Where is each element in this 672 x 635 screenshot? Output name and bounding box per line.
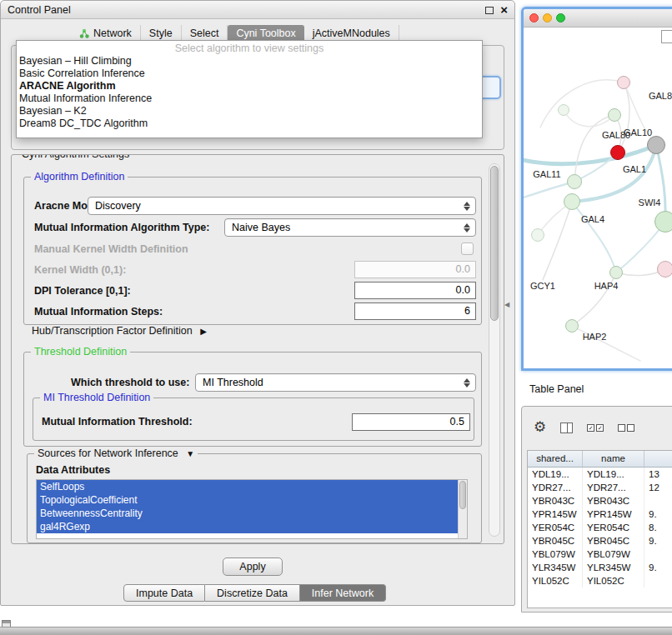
tab-label: Network bbox=[93, 28, 132, 39]
table-row[interactable]: YIL052CYIL052C bbox=[528, 574, 672, 588]
control-panel-window: Control Panel × NetworkStyleSelectCyni T… bbox=[0, 0, 515, 606]
manual-kernel-label: Manual Kernel Width Definition bbox=[34, 243, 188, 255]
chevron-down-icon: ▼ bbox=[186, 449, 194, 458]
table-header: shared...name bbox=[528, 451, 672, 468]
network-node-label-hap4: HAP4 bbox=[594, 281, 619, 291]
algorithm-option-dream8-dc-tdc-algorithm[interactable]: Dream8 DC_TDC Algorithm bbox=[17, 118, 482, 130]
tab-label: jActiveMNodules bbox=[313, 28, 390, 39]
network-node[interactable] bbox=[608, 108, 621, 122]
network-node-label-hap2: HAP2 bbox=[583, 332, 607, 342]
table-row[interactable]: YBR043CYBR043C bbox=[528, 494, 672, 508]
float-window-icon[interactable] bbox=[485, 7, 494, 14]
clear-checkboxes-icon[interactable] bbox=[618, 424, 634, 432]
bottom-tab-discretize-data[interactable]: Discretize Data bbox=[205, 584, 300, 602]
tab-cyni-toolbox[interactable]: Cyni Toolbox bbox=[228, 25, 303, 42]
network-node[interactable] bbox=[564, 193, 580, 210]
data-attributes-listbox: SelfLoopsTopologicalCoefficientBetweenne… bbox=[36, 479, 468, 539]
table-cell: YLR345W bbox=[583, 561, 644, 574]
network-canvas[interactable]: GAL8GAL80GAL10GAL11GAL1SWI4GAL4GCY1HAP4H… bbox=[524, 28, 672, 368]
threshold-definition-title: Threshold Definition bbox=[31, 346, 130, 358]
table-row[interactable]: YER054CYER054C8. bbox=[528, 521, 672, 534]
algorithm-option-bayesian-k2[interactable]: Bayesian – K2 bbox=[17, 105, 482, 118]
network-node[interactable] bbox=[609, 266, 623, 279]
bottom-tab-impute-data[interactable]: Impute Data bbox=[123, 584, 205, 602]
table-cell: 9. bbox=[644, 534, 672, 548]
stepper-arrows-icon bbox=[461, 222, 472, 234]
dpi-tolerance-field[interactable]: 0.0 bbox=[354, 282, 476, 299]
attribute-item-gal4rgexp[interactable]: gal4RGexp bbox=[37, 520, 458, 533]
table-cell: YDL19... bbox=[583, 468, 644, 481]
network-corner-widget[interactable] bbox=[661, 30, 672, 43]
panel-collapse-arrow[interactable]: ◀ bbox=[504, 301, 509, 308]
tab-jactivemnodules[interactable]: jActiveMNodules bbox=[304, 25, 399, 42]
bottom-tab-infer-network[interactable]: Infer Network bbox=[300, 584, 386, 602]
network-node[interactable] bbox=[567, 174, 582, 189]
close-traffic-light[interactable] bbox=[529, 13, 539, 22]
control-panel-titlebar: Control Panel × bbox=[1, 1, 514, 19]
scrollbar-thumb[interactable] bbox=[490, 166, 499, 321]
which-threshold-select[interactable]: MI Threshold bbox=[195, 373, 476, 392]
which-threshold-value: MI Threshold bbox=[203, 377, 263, 388]
algorithm-option-bayesian-hill-climbing[interactable]: Bayesian – Hill Climbing bbox=[17, 55, 482, 68]
scrollbar-thumb[interactable] bbox=[459, 481, 466, 509]
sources-title: Sources for Network Inference bbox=[38, 448, 178, 459]
table-row[interactable]: YPR145WYPR145W9. bbox=[528, 508, 672, 521]
network-node[interactable] bbox=[558, 104, 569, 116]
cyni-settings-group: Cyni Algorithm Settings Algorithm Defini… bbox=[11, 154, 504, 544]
network-node[interactable] bbox=[610, 145, 625, 160]
apply-button[interactable]: Apply bbox=[223, 558, 283, 576]
column-header[interactable]: name bbox=[583, 451, 644, 467]
attribute-item-topologicalcoefficient[interactable]: TopologicalCoefficient bbox=[37, 493, 458, 507]
table-cell: YER054C bbox=[528, 521, 583, 534]
chevron-right-icon: ▶ bbox=[200, 327, 207, 336]
aracne-mode-select[interactable]: Discovery bbox=[88, 197, 476, 215]
mi-threshold-field[interactable]: 0.5 bbox=[352, 413, 470, 431]
table-cell: YIL052C bbox=[583, 574, 644, 588]
network-node-label-gcy1: GCY1 bbox=[530, 281, 555, 291]
network-node[interactable] bbox=[617, 76, 630, 89]
columns-icon[interactable] bbox=[560, 422, 573, 433]
mi-threshold-title: MI Threshold Definition bbox=[40, 392, 153, 403]
attribute-item-betweennesscentrality[interactable]: BetweennessCentrality bbox=[37, 507, 458, 520]
table-cell: 12 bbox=[644, 481, 672, 494]
algorithm-option-basic-correlation-inference[interactable]: Basic Correlation Inference bbox=[17, 68, 482, 80]
column-header[interactable] bbox=[644, 451, 672, 467]
table-row[interactable]: YBR045CYBR045C9. bbox=[528, 534, 672, 548]
table-cell bbox=[644, 574, 672, 588]
table-cell: YBR045C bbox=[583, 534, 644, 548]
network-node[interactable] bbox=[531, 228, 544, 242]
network-node[interactable] bbox=[657, 261, 672, 278]
gear-icon[interactable]: ⚙ bbox=[534, 418, 546, 437]
network-node[interactable] bbox=[565, 319, 579, 332]
tab-style[interactable]: Style bbox=[141, 25, 182, 42]
attribute-item-selfloops[interactable]: SelfLoops bbox=[37, 480, 458, 493]
sources-toggle[interactable]: Sources for Network Inference ▼ bbox=[34, 448, 198, 459]
hub-definition-toggle[interactable]: Hub/Transcription Factor Definition ▶ bbox=[32, 325, 207, 337]
network-node[interactable] bbox=[654, 211, 672, 232]
zoom-traffic-light[interactable] bbox=[556, 13, 565, 22]
mi-steps-field[interactable]: 6 bbox=[354, 302, 476, 320]
table-cell: YDL19... bbox=[528, 468, 583, 481]
manual-kernel-checkbox[interactable] bbox=[461, 242, 474, 255]
network-node[interactable] bbox=[647, 136, 665, 154]
sources-group: Sources for Network Inference ▼ Data Att… bbox=[27, 453, 482, 543]
settings-scrollbar[interactable] bbox=[489, 163, 500, 537]
table-row[interactable]: YBL079WYBL079W bbox=[528, 548, 672, 561]
table-row[interactable]: YDR27...YDR27...12 bbox=[528, 481, 672, 494]
close-icon[interactable]: × bbox=[500, 1, 508, 19]
list-scrollbar[interactable] bbox=[458, 480, 467, 538]
tab-select[interactable]: Select bbox=[182, 25, 228, 42]
mi-type-select[interactable]: Naive Bayes bbox=[224, 218, 476, 237]
algorithm-definition-group: Algorithm Definition Aracne Mode: Discov… bbox=[23, 177, 482, 325]
table-row[interactable]: YLR345WYLR345W9. bbox=[528, 561, 672, 574]
select-all-checkboxes-icon[interactable] bbox=[587, 424, 604, 432]
kernel-width-field[interactable]: 0.0 bbox=[354, 261, 476, 278]
algorithm-option-aracne-algorithm[interactable]: ARACNE Algorithm bbox=[17, 80, 482, 92]
network-node-label-gal8: GAL8 bbox=[649, 91, 672, 101]
minimize-traffic-light[interactable] bbox=[543, 13, 552, 22]
column-header[interactable]: shared... bbox=[528, 451, 583, 467]
algorithm-option-mutual-information-inference[interactable]: Mutual Information Inference bbox=[17, 92, 482, 105]
tab-network[interactable]: Network bbox=[71, 25, 141, 42]
table-row[interactable]: YDL19...YDL19...13 bbox=[528, 468, 672, 481]
bottom-bar bbox=[0, 627, 672, 635]
